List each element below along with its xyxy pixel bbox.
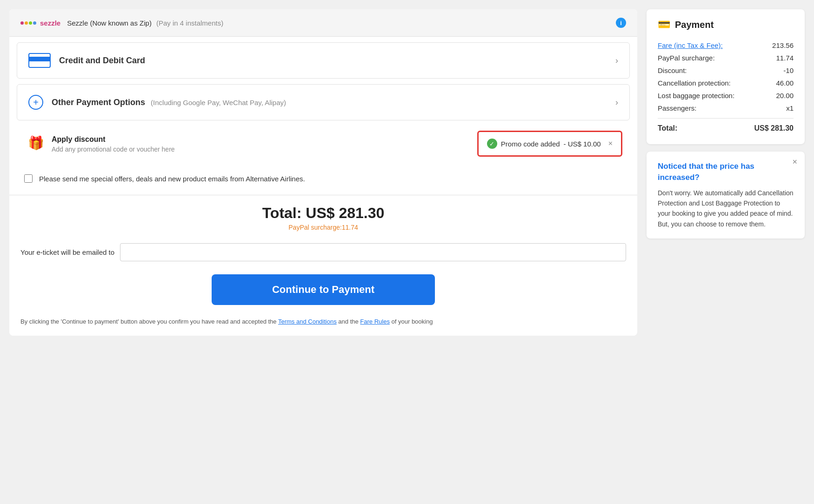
promo-inner: ✓ Promo code added - US$ 10.00 × — [487, 139, 613, 149]
total-amount: Total: US$ 281.30 — [20, 205, 626, 222]
terms-link[interactable]: Terms and Conditions — [278, 318, 337, 325]
other-payment-label: Other Payment Options — [52, 98, 145, 107]
notice-close-button[interactable]: × — [792, 157, 797, 167]
continue-to-payment-button[interactable]: Continue to Payment — [212, 274, 435, 305]
terms-middle: and the — [338, 318, 360, 325]
email-label: Your e-ticket will be emailed to — [20, 248, 114, 256]
sezzle-dots — [20, 21, 36, 25]
terms-prefix: By clicking the 'Continue to payment' bu… — [20, 318, 278, 325]
fare-row: Fare (inc Tax & Fee): 213.56 — [658, 39, 794, 52]
fare-label-link[interactable]: Fare (inc Tax & Fee): — [658, 41, 723, 49]
gift-icon: 🎁 — [28, 135, 44, 151]
summary-title-text: Payment — [675, 20, 714, 30]
promo-code-box: ✓ Promo code added - US$ 10.00 × — [477, 131, 622, 157]
summary-total-label: Total: — [658, 124, 677, 133]
credit-card-icon — [28, 53, 51, 68]
newsletter-checkbox[interactable] — [24, 174, 33, 183]
promo-message: Promo code added — [501, 140, 560, 148]
notice-body: Don't worry. We automatically add Cancel… — [658, 188, 794, 230]
payment-summary: 💳 Payment Fare (inc Tax & Fee): 213.56 P… — [647, 9, 805, 144]
sezzle-row: sezzle Sezzle (Now known as Zip) (Pay in… — [9, 9, 637, 37]
passengers-row: Passengers: x1 — [658, 102, 794, 114]
summary-title: 💳 Payment — [658, 19, 794, 31]
page-wrapper: sezzle Sezzle (Now known as Zip) (Pay in… — [9, 9, 805, 495]
discount-label: Discount: — [658, 66, 687, 74]
sezzle-dot-3 — [29, 21, 32, 25]
summary-total-value: US$ 281.30 — [754, 124, 794, 133]
baggage-value: 20.00 — [776, 92, 794, 99]
credit-card-label: Credit and Debit Card — [59, 56, 145, 66]
summary-card-icon: 💳 — [658, 19, 670, 31]
sezzle-dot-4 — [33, 21, 36, 25]
passengers-label: Passengers: — [658, 104, 696, 112]
sezzle-info-icon[interactable]: i — [616, 18, 626, 28]
credit-card-option[interactable]: Credit and Debit Card › — [17, 42, 630, 79]
cancellation-label: Cancellation protection: — [658, 79, 731, 87]
email-section: Your e-ticket will be emailed to — [9, 236, 637, 269]
discount-row: Discount: -10 — [658, 64, 794, 77]
sezzle-dot-2 — [25, 21, 28, 25]
price-notice: × Noticed that the price has increased? … — [647, 152, 805, 239]
terms-suffix: of your booking — [392, 318, 433, 325]
promo-amount: - US$ 10.00 — [564, 140, 601, 148]
paypal-surcharge-label: PayPal surcharge: — [658, 54, 715, 62]
fare-value: 213.56 — [772, 41, 794, 49]
email-input[interactable] — [120, 243, 626, 261]
sezzle-brand: sezzle — [40, 19, 60, 27]
discount-subtext: Add any promotional code or voucher here — [52, 146, 175, 153]
passengers-value: x1 — [786, 104, 794, 112]
cancellation-value: 46.00 — [776, 79, 794, 87]
paypal-surcharge: PayPal surcharge:11.74 — [20, 224, 626, 231]
cta-section: Continue to Payment — [9, 269, 637, 312]
baggage-label: Lost baggage protection: — [658, 92, 734, 99]
cancellation-row: Cancellation protection: 46.00 — [658, 77, 794, 89]
paypal-surcharge-row: PayPal surcharge: 11.74 — [658, 52, 794, 64]
card-stripe — [29, 57, 50, 61]
discount-value: -10 — [783, 66, 794, 74]
promo-check-icon: ✓ — [487, 139, 497, 149]
newsletter-label: Please send me special offers, deals and… — [39, 175, 305, 183]
discount-text: Apply discount Add any promotional code … — [52, 135, 175, 153]
promo-close-button[interactable]: × — [608, 139, 613, 148]
sezzle-dot-1 — [20, 21, 24, 25]
summary-total-row: Total: US$ 281.30 — [658, 118, 794, 135]
newsletter-row: Please send me special offers, deals and… — [13, 166, 634, 191]
paypal-surcharge-value: 11.74 — [776, 54, 794, 62]
discount-heading: Apply discount — [52, 135, 175, 144]
other-payment-sublabel: (Including Google Pay, WeChat Pay, Alipa… — [151, 99, 286, 106]
other-payment-chevron: › — [615, 98, 618, 107]
notice-title: Noticed that the price has increased? — [658, 161, 794, 183]
terms-section: By clicking the 'Continue to payment' bu… — [9, 312, 637, 336]
sidebar: 💳 Payment Fare (inc Tax & Fee): 213.56 P… — [647, 9, 805, 239]
total-section: Total: US$ 281.30 PayPal surcharge:11.74 — [9, 195, 637, 236]
main-content: sezzle Sezzle (Now known as Zip) (Pay in… — [9, 9, 637, 336]
fare-rules-link[interactable]: Fare Rules — [360, 318, 390, 325]
sezzle-known-as: Sezzle (Now known as Zip) — [67, 19, 152, 27]
sezzle-pay-text: (Pay in 4 instalments) — [156, 19, 223, 27]
sezzle-logo: sezzle — [20, 19, 60, 27]
discount-section: 🎁 Apply discount Add any promotional cod… — [17, 126, 630, 162]
credit-card-chevron: › — [615, 56, 618, 66]
plus-circle-icon: + — [28, 95, 43, 110]
baggage-row: Lost baggage protection: 20.00 — [658, 89, 794, 102]
other-payment-option[interactable]: + Other Payment Options (Including Googl… — [17, 84, 630, 120]
